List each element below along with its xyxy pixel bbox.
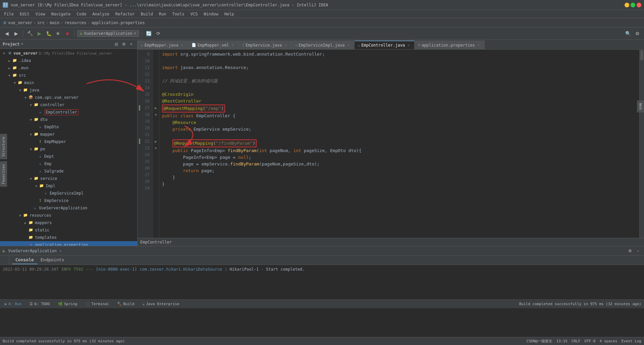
project-panel-dropdown[interactable]: ▼ <box>21 42 23 46</box>
event-log[interactable]: Event Log <box>621 339 641 343</box>
menu-file[interactable]: File <box>1 11 16 17</box>
tab-close-empservice[interactable]: × <box>283 43 288 48</box>
bottom-spring-button[interactable]: 🌿 Spring <box>56 301 79 307</box>
menu-vcs[interactable]: VCS <box>188 11 201 17</box>
run-configuration[interactable]: ▶ VueServerApplication ▼ <box>77 30 139 37</box>
breadcrumb-resources[interactable]: resources <box>65 20 87 25</box>
gear-run-button[interactable]: ⚙ <box>627 248 633 254</box>
bottom-java-enterprise-button[interactable]: ☕ Java Enterprise <box>141 301 181 307</box>
menu-run[interactable]: Run <box>156 11 169 17</box>
tree-item-empdto[interactable]: ▶ ☕ EmpDto <box>0 123 137 131</box>
fold-icon-method[interactable]: ▼ <box>155 146 157 150</box>
breadcrumb-vue-server[interactable]: 🖥 <box>3 20 7 25</box>
tree-item-vue-server[interactable]: ▼ 🖥 vue_server D:\My Files\IDea Files\vu… <box>0 50 137 57</box>
tree-item-empserviceimpl[interactable]: ▶ ☕ EmpServiceImpl <box>0 190 137 197</box>
tab-close-empserviceimpl[interactable]: × <box>346 43 351 48</box>
settings-panel-button[interactable]: ⚙ <box>120 41 127 48</box>
tree-item-salgrade[interactable]: ▶ ☕ Salgrade <box>0 167 137 175</box>
menu-view[interactable]: View <box>33 11 48 17</box>
menu-analyze[interactable]: Analyze <box>90 11 112 17</box>
fold-icon-class[interactable]: ▼ <box>155 113 157 117</box>
tree-item-controller[interactable]: ▼ 📁 controller <box>0 101 137 109</box>
code-content[interactable]: import org.springframework.web.bind.anno… <box>159 50 639 238</box>
bottom-todo-button[interactable]: ☰ 6: TODO <box>28 301 52 307</box>
run-tab-console[interactable]: Console <box>12 256 37 264</box>
tree-item-empmapper[interactable]: ▶ I EmpMapper <box>0 138 137 145</box>
tree-item-src[interactable]: ▼ 📁 src <box>0 72 137 79</box>
menu-code[interactable]: Code <box>74 11 89 17</box>
breadcrumb-props[interactable]: application.properties <box>92 20 145 25</box>
tab-empmapper-xml[interactable]: 📄 EmpMapper.xml × <box>188 41 239 49</box>
side-tab-web[interactable]: Web <box>637 100 644 113</box>
update-button[interactable]: 🔄 <box>145 29 153 38</box>
search-everywhere[interactable]: 🔍 <box>624 29 632 38</box>
tree-item-emp[interactable]: ▶ ☕ Emp <box>0 160 137 167</box>
breadcrumb-src[interactable]: src <box>37 20 45 25</box>
minimize-button[interactable] <box>625 3 629 7</box>
settings-button[interactable]: ⚙ <box>633 29 641 38</box>
run-tab-endpoints[interactable]: Endpoints <box>37 256 67 264</box>
tab-close-empcontroller[interactable]: × <box>406 43 411 48</box>
tab-empcontroller-java[interactable]: ☕ EmpController.java × <box>355 41 415 49</box>
tree-item-resources[interactable]: ▼ 📁 resources <box>0 212 137 219</box>
tab-empmapper-java[interactable]: ☕ EmpMapper.java × <box>138 41 188 49</box>
maximize-button[interactable] <box>631 3 635 7</box>
bottom-run-button[interactable]: ▶ 4: Run <box>3 301 23 307</box>
menu-help[interactable]: Help <box>222 11 237 17</box>
menu-refactor[interactable]: Refactor <box>113 11 138 17</box>
code-editor[interactable]: 9 10 11 12 13 14 15 16 17 18 19 20 21 22 <box>138 50 644 238</box>
collapse-all-button[interactable]: ⊟ <box>113 41 120 48</box>
menu-navigate[interactable]: Navigate <box>49 11 73 17</box>
back-button[interactable]: ◀ <box>3 29 11 38</box>
tree-item-mvn[interactable]: ▶ 📁 .mvn <box>0 64 137 72</box>
tab-empserviceimpl-java[interactable]: ☕ EmpServiceImpl.java × <box>292 41 355 49</box>
breadcrumb-main[interactable]: main <box>50 20 59 25</box>
build-button[interactable]: 🔨 <box>26 29 34 38</box>
editor-scrollbar[interactable] <box>639 50 644 238</box>
menu-build[interactable]: Build <box>138 11 156 17</box>
tree-item-dto[interactable]: ▼ 📁 dto <box>0 116 137 123</box>
bottom-terminal-button[interactable]: ⬛ Terminal <box>83 301 111 307</box>
tab-close-empmapper-xml[interactable]: × <box>230 43 235 48</box>
tree-item-dept[interactable]: ▶ ☕ Dept <box>0 153 137 160</box>
close-panel-button[interactable]: × <box>128 41 135 48</box>
tree-item-empcontroller[interactable]: ▶ ☕ EmpController <box>0 109 137 116</box>
run-button[interactable]: ▶ <box>35 29 43 38</box>
run-gutter-icon-2[interactable]: ▶ <box>155 139 157 144</box>
menu-tools[interactable]: Tools <box>170 11 187 17</box>
tree-item-main[interactable]: ▼ 📁 main <box>0 79 137 86</box>
tree-item-po[interactable]: ▼ 📁 po <box>0 145 137 153</box>
tree-item-vueserverapplication[interactable]: ▶ ☕ VueServerApplication <box>0 204 137 212</box>
stop-button[interactable]: ■ <box>63 29 71 38</box>
debug-button[interactable]: 🐛 <box>45 29 53 38</box>
tree-item-mapper[interactable]: ▼ 📁 mapper <box>0 131 137 138</box>
minimize-run-button[interactable]: − <box>635 248 641 254</box>
tab-close-app-props[interactable]: × <box>476 43 481 48</box>
breadcrumb-vue-server-label[interactable]: vue_server <box>8 20 32 25</box>
tree-item-service[interactable]: ▼ 📁 service <box>0 175 137 182</box>
tree-item-impl-folder[interactable]: ▼ 📁 Impl <box>0 182 137 190</box>
tree-item-mappers[interactable]: ▶ 📁 mappers <box>0 219 137 226</box>
close-button[interactable] <box>637 3 641 7</box>
run-gutter-icon[interactable]: ▶ <box>155 106 157 110</box>
run-content[interactable]: 2022-03-11 09:29:28.347 INFO 7592 --- [n… <box>0 265 644 299</box>
tree-item-application-properties[interactable]: ▶ ⚙ application.properties <box>0 241 137 246</box>
side-tab-structure[interactable]: Structure <box>0 134 7 159</box>
tree-item-idea[interactable]: ▶ 📁 .idea <box>0 57 137 64</box>
run-with-coverage[interactable]: ⛯ <box>54 29 62 38</box>
tree-item-java[interactable]: ▼ 📁 java <box>0 86 137 94</box>
tab-empservice-java[interactable]: I EmpService.java × <box>239 41 292 49</box>
menu-window[interactable]: Window <box>201 11 221 17</box>
forward-button[interactable]: ▶ <box>12 29 20 38</box>
bottom-build-button[interactable]: 🔨 Build <box>115 301 136 307</box>
refresh-button[interactable]: ⟳ <box>154 29 162 38</box>
tab-close-empmapper-java[interactable]: × <box>180 43 184 48</box>
tree-item-templates[interactable]: ▶ 📁 templates <box>0 234 137 241</box>
run-close-btn[interactable]: × <box>59 249 62 253</box>
tree-item-package[interactable]: ▼ 📦 com.upc.vue_server <box>0 94 137 101</box>
tree-item-empservice[interactable]: ▶ I EmpService <box>0 197 137 204</box>
tab-application-properties[interactable]: ⚙ application.properties × <box>415 41 485 49</box>
side-tab-favorites[interactable]: Favorites <box>0 161 7 187</box>
menu-edit[interactable]: Edit <box>17 11 32 17</box>
tree-item-static[interactable]: ▶ 📁 static <box>0 226 137 234</box>
